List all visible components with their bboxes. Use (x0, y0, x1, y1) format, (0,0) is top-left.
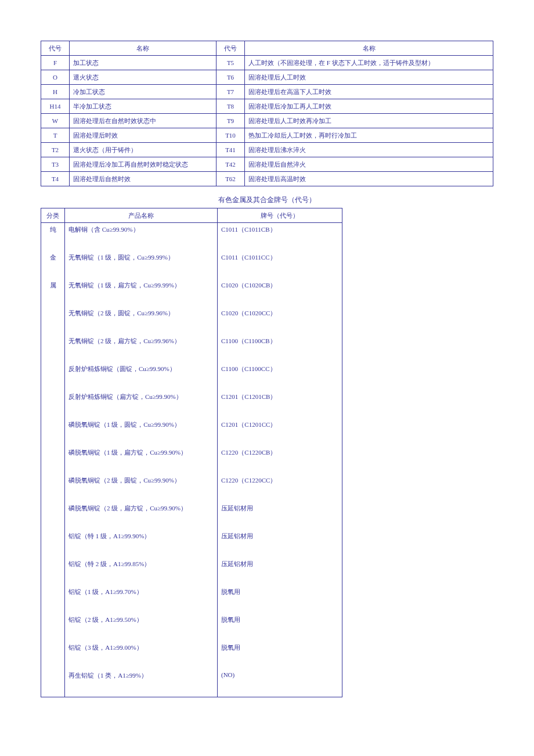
table-cell-product: 反射炉精炼铜锭（扁方锭，Cu≥99.90%） (65, 390, 218, 418)
table-cell: H (41, 85, 70, 99)
table-row: 纯电解铜（含 Cu≥99.90%）C1011（C1011CB） (41, 223, 342, 251)
table-cell-grade: C1201（C1201CC） (218, 418, 342, 446)
table-cell: T62 (217, 172, 245, 186)
table-cell: 固溶处理后人工时效再冷加工 (245, 114, 493, 128)
table-cell-grade: C1011（C1011CC） (218, 251, 342, 279)
table-cell-category (41, 530, 65, 557)
table-cell-category (41, 502, 65, 530)
table-cell-product: 电解铜（含 Cu≥99.90%） (65, 223, 218, 251)
table-cell-category (41, 362, 65, 390)
table-cell-product: 无氧铜锭（1 级，圆锭，Cu≥99.99%） (65, 251, 218, 279)
table-cell: T6 (217, 70, 245, 85)
table-cell: W (41, 114, 70, 128)
table-row: T4固溶处理后自然时效T62固溶处理后高温时效 (41, 172, 493, 186)
table-cell-grade: C1011（C1011CB） (218, 223, 342, 251)
table-cell: T41 (217, 143, 245, 157)
table-row: T2退火状态（用于铸件）T41固溶处理后沸水淬火 (41, 143, 493, 157)
table-cell-product: 铝锭（特 1 级，A1≥99.90%） (65, 530, 218, 557)
table-cell-category: 纯 (41, 223, 65, 251)
table-cell: 固溶处理后自然时效 (70, 172, 217, 186)
table-cell-product: 磷脱氧铜锭（1 级，扁方锭，Cu≥99.90%） (65, 446, 218, 474)
table-cell-grade: C1220（C1220CB） (218, 446, 342, 474)
table-cell-category (41, 390, 65, 418)
table-row: W固溶处理后在自然时效状态中T9固溶处理后人工时效再冷加工 (41, 114, 493, 128)
table-row: 磷脱氧铜锭（2 级，圆锭，Cu≥99.90%）C1220（C1220CC） (41, 474, 342, 502)
table-cell-product: 无氧铜锭（1 级，扁方锭，Cu≥99.99%） (65, 279, 218, 307)
header-product: 产品名称 (65, 208, 218, 223)
table-cell: 固溶处理后在高温下人工时效 (245, 85, 493, 99)
table-cell: T8 (217, 99, 245, 114)
table-cell-category (41, 307, 65, 334)
table-cell-product: 无氧铜锭（2 级，扁方锭，Cu≥99.96%） (65, 334, 218, 362)
table-cell: T2 (41, 143, 70, 157)
table-cell: T10 (217, 128, 245, 143)
table-cell: T3 (41, 157, 70, 172)
header-name1: 名称 (70, 41, 217, 56)
table-cell-category (41, 585, 65, 613)
table-cell-product: 无氧铜锭（2 级，圆锭，Cu≥99.96%） (65, 307, 218, 334)
table-cell: 固溶处理后在自然时效状态中 (70, 114, 217, 128)
table-row: 反射炉精炼铜锭（扁方锭，Cu≥99.90%）C1201（C1201CB） (41, 390, 342, 418)
table-cell: T (41, 128, 70, 143)
table-cell: 固溶处理后自然淬火 (245, 157, 493, 172)
table-cell-category (41, 446, 65, 474)
table-cell-product: 铝锭（1 级，A1≥99.70%） (65, 585, 218, 613)
header-category: 分类 (41, 208, 65, 223)
table-cell: T9 (217, 114, 245, 128)
table-cell-grade: C1020（C1020CC） (218, 307, 342, 334)
header-grade: 牌号（代号） (218, 208, 342, 223)
header-code1: 代号 (41, 41, 70, 56)
table-cell: H14 (41, 99, 70, 114)
table-row: O退火状态T6固溶处理后人工时效 (41, 70, 493, 85)
table-row: H冷加工状态T7固溶处理后在高温下人工时效 (41, 85, 493, 99)
table-cell-category: 属 (41, 279, 65, 307)
table-cell: F (41, 56, 70, 70)
table-cell-grade: C1100（C1100CC） (218, 362, 342, 390)
table-cell-product: 再生铝锭（1 类，A1≥99%） (65, 669, 218, 697)
table-cell: 固溶处理后高温时效 (245, 172, 493, 186)
table-cell: 半冷加工状态 (70, 99, 217, 114)
table-cell: 固溶处理后冷加工再自然时效时稳定状态 (70, 157, 217, 172)
table-row: 无氧铜锭（2 级，扁方锭，Cu≥99.96%）C1100（C1100CB） (41, 334, 342, 362)
table-temper-codes: 代号 名称 代号 名称 F加工状态T5人工时效（不固溶处理，在 F 状态下人工时… (41, 41, 493, 186)
table-row: 铝锭（2 级，A1≥99.50%）脱氧用 (41, 613, 342, 641)
table-cell-category (41, 334, 65, 362)
table-cell-product: 磷脱氧铜锭（2 级，扁方锭，Cu≥99.90%） (65, 502, 218, 530)
table-cell: T5 (217, 56, 245, 70)
table-cell-category (41, 557, 65, 585)
table-cell-grade: 压延铝材用 (218, 557, 342, 585)
table-cell-product: 铝锭（特 2 级，A1≥99.85%） (65, 557, 218, 585)
section-title: 有色金属及其合金牌号（代号） (41, 195, 493, 205)
table-cell: 固溶处理后沸水淬火 (245, 143, 493, 157)
table-row: H14半冷加工状态T8固溶处理后冷加工再人工时效 (41, 99, 493, 114)
header-name2: 名称 (245, 41, 493, 56)
table-cell-grade: C1100（C1100CB） (218, 334, 342, 362)
table-cell-grade: 压延铝材用 (218, 530, 342, 557)
table-cell-grade: 脱氧用 (218, 585, 342, 613)
table-cell: 固溶处理后人工时效 (245, 70, 493, 85)
header-code2: 代号 (217, 41, 245, 56)
table-cell-category (41, 613, 65, 641)
table-cell-product: 磷脱氧铜锭（2 级，圆锭，Cu≥99.90%） (65, 474, 218, 502)
table-cell: O (41, 70, 70, 85)
table-row: 铝锭（3 级，A1≥99.00%）脱氧用 (41, 641, 342, 669)
table-cell-grade: (NO) (218, 669, 342, 697)
table-row: 再生铝锭（1 类，A1≥99%）(NO) (41, 669, 342, 697)
table-cell-product: 反射炉精炼铜锭（圆锭，Cu≥99.90%） (65, 362, 218, 390)
table-cell-category (41, 474, 65, 502)
table-row: 铝锭（特 1 级，A1≥99.90%）压延铝材用 (41, 530, 342, 557)
table-cell: 退火状态 (70, 70, 217, 85)
table-row: 磷脱氧铜锭（1 级，扁方锭，Cu≥99.90%）C1220（C1220CB） (41, 446, 342, 474)
table-row: 反射炉精炼铜锭（圆锭，Cu≥99.90%）C1100（C1100CC） (41, 362, 342, 390)
table-cell-product: 铝锭（2 级，A1≥99.50%） (65, 613, 218, 641)
table-row: 磷脱氧铜锭（1 级，圆锭，Cu≥99.90%）C1201（C1201CC） (41, 418, 342, 446)
table-cell: 固溶处理后时效 (70, 128, 217, 143)
table-row: T3固溶处理后冷加工再自然时效时稳定状态T42固溶处理后自然淬火 (41, 157, 493, 172)
table-row: T固溶处理后时效T10热加工冷却后人工时效，再时行冷加工 (41, 128, 493, 143)
table-cell: 人工时效（不固溶处理，在 F 状态下人工时效，适于铸件及型材） (245, 56, 493, 70)
table-cell-category (41, 418, 65, 446)
table-header-row: 分类 产品名称 牌号（代号） (41, 208, 342, 223)
table-cell: 加工状态 (70, 56, 217, 70)
table-row: F加工状态T5人工时效（不固溶处理，在 F 状态下人工时效，适于铸件及型材） (41, 56, 493, 70)
table-cell-product: 铝锭（3 级，A1≥99.00%） (65, 641, 218, 669)
